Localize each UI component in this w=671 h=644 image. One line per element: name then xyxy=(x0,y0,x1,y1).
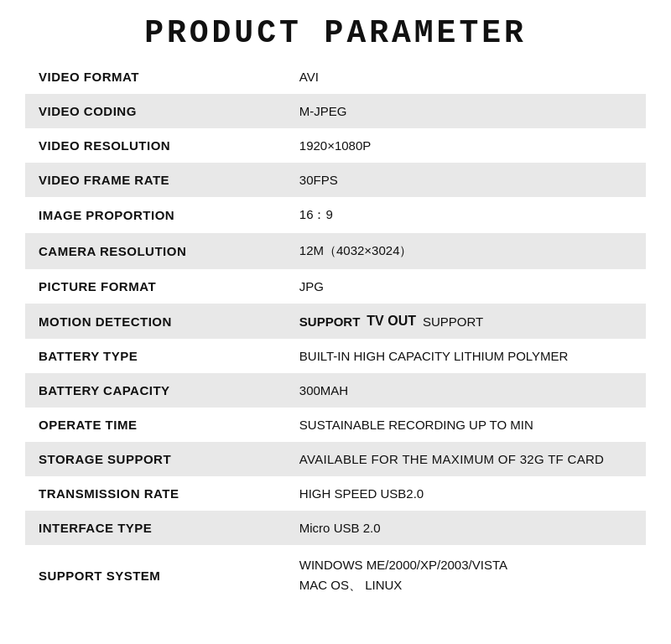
param-value-video-format: AVI xyxy=(286,60,646,94)
tv-out-label: TV OUT xyxy=(367,314,416,329)
table-row-motion-detection: MOTION DETECTIONSUPPORT TV OUT SUPPORT xyxy=(25,304,646,339)
table-row-support-system: SUPPORT SYSTEMWINDOWS ME/2000/XP/2003/VI… xyxy=(25,545,646,605)
param-label-video-frame-rate: VIDEO FRAME RATE xyxy=(25,163,286,197)
page-wrapper: PRODUCT PARAMETER VIDEO FORMATAVIVIDEO C… xyxy=(0,0,671,644)
params-table: VIDEO FORMATAVIVIDEO CODINGM-JPEGVIDEO R… xyxy=(25,60,646,605)
param-value-image-proportion: 16：9 xyxy=(286,197,646,233)
table-row-storage-support: STORAGE SUPPORTAVAILABLE FOR THE MAXIMUM… xyxy=(25,442,646,476)
param-value-picture-format: JPG xyxy=(286,269,646,304)
motion-support-label: SUPPORT xyxy=(299,314,361,329)
param-label-video-coding: VIDEO CODING xyxy=(25,94,286,128)
param-label-interface-type: INTERFACE TYPE xyxy=(25,511,286,545)
param-value-support-system: WINDOWS ME/2000/XP/2003/VISTAMAC OS、 LIN… xyxy=(286,545,646,605)
table-row-image-proportion: IMAGE PROPORTION16：9 xyxy=(25,197,646,233)
param-value-video-frame-rate: 30FPS xyxy=(286,163,646,197)
table-row-transmission-rate: TRANSMISSION RATEHIGH SPEED USB2.0 xyxy=(25,476,646,511)
param-value-camera-resolution: 12M（4032×3024） xyxy=(286,233,646,269)
table-row-battery-capacity: BATTERY CAPACITY300MAH xyxy=(25,373,646,408)
table-row-operate-time: OPERATE TIMESUSTAINABLE RECORDING UP TO … xyxy=(25,408,646,442)
table-row-video-coding: VIDEO CODINGM-JPEG xyxy=(25,94,646,128)
table-row-video-format: VIDEO FORMATAVI xyxy=(25,60,646,94)
param-label-storage-support: STORAGE SUPPORT xyxy=(25,442,286,476)
param-value-battery-capacity: 300MAH xyxy=(286,373,646,408)
motion-row-content: SUPPORT TV OUT SUPPORT xyxy=(299,314,632,329)
param-value-operate-time: SUSTAINABLE RECORDING UP TO MIN xyxy=(286,408,646,442)
param-label-picture-format: PICTURE FORMAT xyxy=(25,269,286,304)
param-value-interface-type: Micro USB 2.0 xyxy=(286,511,646,545)
table-row-video-resolution: VIDEO RESOLUTION1920×1080P xyxy=(25,128,646,163)
table-row-picture-format: PICTURE FORMATJPG xyxy=(25,269,646,304)
param-value-transmission-rate: HIGH SPEED USB2.0 xyxy=(286,476,646,511)
param-label-image-proportion: IMAGE PROPORTION xyxy=(25,197,286,233)
param-label-battery-capacity: BATTERY CAPACITY xyxy=(25,373,286,408)
param-value-video-coding: M-JPEG xyxy=(286,94,646,128)
param-label-motion-detection: MOTION DETECTION xyxy=(25,304,286,339)
table-row-video-frame-rate: VIDEO FRAME RATE30FPS xyxy=(25,163,646,197)
param-label-transmission-rate: TRANSMISSION RATE xyxy=(25,476,286,511)
param-label-battery-type: BATTERY TYPE xyxy=(25,339,286,373)
param-value-storage-support: AVAILABLE FOR THE MAXIMUM OF 32G TF CARD xyxy=(286,442,646,476)
table-row-battery-type: BATTERY TYPEBUILT-IN HIGH CAPACITY LITHI… xyxy=(25,339,646,373)
param-value-battery-type: BUILT-IN HIGH CAPACITY LITHIUM POLYMER xyxy=(286,339,646,373)
param-label-video-format: VIDEO FORMAT xyxy=(25,60,286,94)
param-label-operate-time: OPERATE TIME xyxy=(25,408,286,442)
table-row-interface-type: INTERFACE TYPEMicro USB 2.0 xyxy=(25,511,646,545)
page-title: PRODUCT PARAMETER xyxy=(25,0,646,60)
param-label-support-system: SUPPORT SYSTEM xyxy=(25,545,286,605)
table-row-camera-resolution: CAMERA RESOLUTION12M（4032×3024） xyxy=(25,233,646,269)
tv-out-support-label: SUPPORT xyxy=(423,314,483,329)
param-value-video-resolution: 1920×1080P xyxy=(286,128,646,163)
param-label-camera-resolution: CAMERA RESOLUTION xyxy=(25,233,286,269)
param-value-motion-detection: SUPPORT TV OUT SUPPORT xyxy=(286,304,646,339)
param-label-video-resolution: VIDEO RESOLUTION xyxy=(25,128,286,163)
